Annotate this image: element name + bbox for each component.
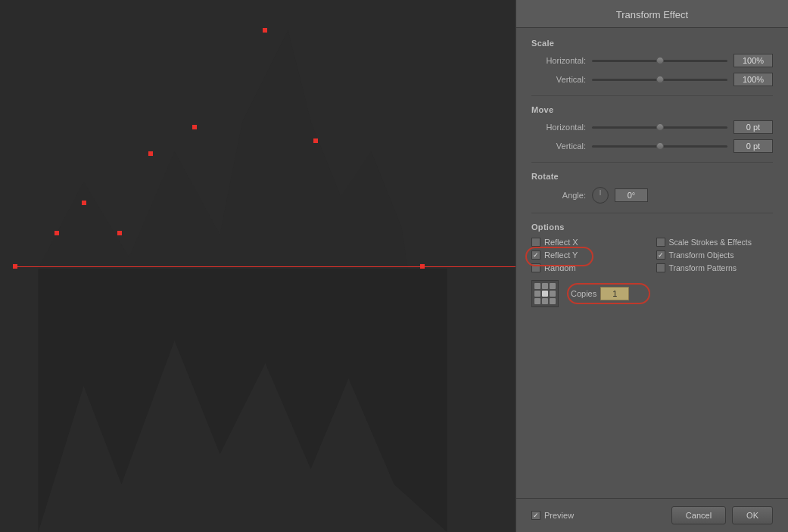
- random-row: Random: [531, 263, 649, 272]
- scale-horizontal-track: [592, 60, 727, 62]
- canvas-area: [0, 0, 515, 532]
- rotate-angle-input[interactable]: [615, 188, 648, 202]
- ref-dot-3[interactable]: [550, 283, 556, 289]
- preview-label: Preview: [544, 511, 574, 520]
- preview-checkbox[interactable]: [531, 511, 540, 520]
- reflect-y-label: Reflect Y: [544, 250, 578, 260]
- move-vertical-slider[interactable]: [592, 141, 727, 151]
- transform-objects-checkbox-row: Transform Objects: [656, 250, 774, 260]
- anchor-point-3: [263, 28, 267, 33]
- move-horizontal-input[interactable]: [733, 120, 773, 134]
- random-checkbox[interactable]: [531, 263, 540, 272]
- ref-dot-8[interactable]: [542, 298, 548, 304]
- scale-horizontal-label: Horizontal:: [531, 56, 586, 65]
- anchor-point-6: [148, 151, 153, 156]
- preview-row: Preview: [531, 511, 574, 520]
- reference-point-grid[interactable]: [531, 280, 559, 307]
- scale-horizontal-row: Horizontal:: [531, 54, 773, 67]
- anchor-point-7: [82, 201, 86, 205]
- random-label: Random: [544, 263, 576, 272]
- transform-objects-label: Transform Objects: [669, 250, 734, 260]
- ref-dot-7[interactable]: [534, 298, 540, 304]
- anchor-point-2: [420, 264, 425, 269]
- reflect-y-row: Reflect Y: [531, 250, 649, 260]
- scale-strokes-row: Scale Strokes & Effects: [656, 238, 774, 247]
- copies-wrapper: Copies: [571, 287, 629, 300]
- angle-dial[interactable]: [592, 187, 609, 204]
- transform-objects-row: Transform Objects: [656, 250, 774, 260]
- reflect-y-checkbox[interactable]: [531, 250, 540, 260]
- scale-horizontal-thumb[interactable]: [656, 57, 664, 64]
- ok-button[interactable]: OK: [732, 506, 773, 524]
- copies-input[interactable]: [600, 287, 629, 300]
- reflect-x-checkbox-row: Reflect X: [531, 238, 649, 247]
- reflect-x-row: Reflect X: [531, 238, 649, 247]
- scale-strokes-checkbox[interactable]: [656, 238, 665, 247]
- copies-label: Copies: [571, 289, 596, 298]
- reflect-x-checkbox[interactable]: [531, 238, 540, 247]
- move-vertical-input[interactable]: [733, 139, 773, 153]
- scale-horizontal-slider[interactable]: [592, 55, 727, 66]
- panel-title: Transform Effect: [616, 9, 688, 20]
- transform-patterns-label: Transform Patterns: [669, 263, 737, 272]
- transform-patterns-row: Transform Patterns: [656, 263, 774, 272]
- anchor-point-5: [192, 125, 197, 129]
- ref-dot-6[interactable]: [550, 291, 556, 297]
- options-grid: Reflect X Scale Strokes & Effects Reflec…: [531, 238, 773, 272]
- panel-footer: Preview Cancel OK: [516, 498, 788, 532]
- divider-2: [531, 162, 773, 163]
- random-checkbox-row: Random: [531, 263, 649, 272]
- move-horizontal-track: [592, 126, 727, 129]
- move-vertical-track: [592, 145, 727, 148]
- ref-dot-2[interactable]: [542, 283, 548, 289]
- panel-body: Scale Horizontal: Vertical: Move Horiz: [516, 28, 788, 498]
- transform-patterns-checkbox[interactable]: [656, 263, 665, 272]
- scale-section-label: Scale: [531, 39, 773, 48]
- anchor-point-1: [13, 264, 17, 269]
- divider-3: [531, 213, 773, 213]
- move-section-label: Move: [531, 105, 773, 114]
- scale-strokes-checkbox-row: Scale Strokes & Effects: [656, 238, 774, 247]
- move-horizontal-row: Horizontal:: [531, 120, 773, 134]
- scale-horizontal-input[interactable]: [733, 54, 773, 67]
- options-section-label: Options: [531, 222, 773, 232]
- scale-vertical-row: Vertical:: [531, 73, 773, 86]
- transform-objects-checkbox[interactable]: [656, 250, 665, 260]
- rotate-angle-label: Angle:: [531, 191, 586, 200]
- anchor-point-8: [117, 231, 122, 235]
- move-horizontal-label: Horizontal:: [531, 123, 586, 132]
- ref-dot-4[interactable]: [534, 291, 540, 297]
- scale-vertical-label: Vertical:: [531, 75, 586, 84]
- scale-vertical-track: [592, 79, 727, 81]
- scale-vertical-slider[interactable]: [592, 74, 727, 85]
- reflect-x-label: Reflect X: [544, 238, 578, 247]
- anchor-point-4: [313, 138, 318, 143]
- move-horizontal-slider[interactable]: [592, 122, 727, 132]
- footer-buttons: Cancel OK: [671, 506, 773, 524]
- rotate-angle-row: Angle:: [531, 187, 773, 204]
- panel-title-bar: Transform Effect: [516, 0, 788, 28]
- scale-vertical-thumb[interactable]: [656, 76, 664, 83]
- anchor-point-9: [55, 231, 59, 235]
- transform-patterns-checkbox-row: Transform Patterns: [656, 263, 774, 272]
- angle-dial-indicator: [600, 190, 601, 195]
- move-horizontal-thumb[interactable]: [656, 123, 664, 131]
- transform-effect-panel: Transform Effect Scale Horizontal: Verti…: [515, 0, 788, 532]
- move-vertical-row: Vertical:: [531, 139, 773, 153]
- cancel-button[interactable]: Cancel: [671, 506, 726, 524]
- move-vertical-thumb[interactable]: [656, 142, 664, 150]
- move-vertical-label: Vertical:: [531, 142, 586, 151]
- ref-dot-5[interactable]: [542, 291, 548, 297]
- ref-dot-9[interactable]: [550, 298, 556, 304]
- scale-vertical-input[interactable]: [733, 73, 773, 86]
- reflect-y-wrapper: Reflect Y: [531, 250, 649, 260]
- divider-1: [531, 95, 773, 96]
- rotate-section-label: Rotate: [531, 172, 773, 181]
- ref-dot-1[interactable]: [534, 283, 540, 289]
- scale-strokes-label: Scale Strokes & Effects: [669, 238, 752, 247]
- red-guide-line: [15, 266, 515, 267]
